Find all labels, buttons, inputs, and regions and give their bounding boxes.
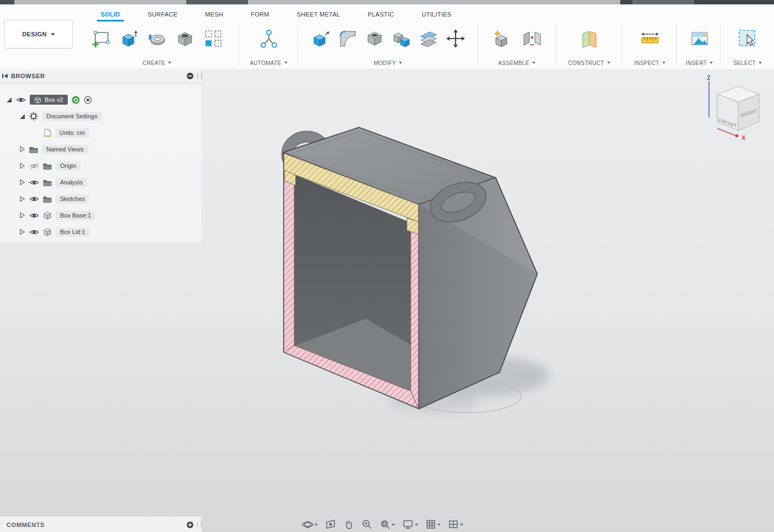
browser-item-units[interactable]: Units: cm: [55, 128, 89, 138]
press-pull-icon[interactable]: [310, 26, 332, 51]
component-icon: [43, 211, 52, 220]
grid-display-icon[interactable]: [424, 518, 442, 531]
ribbon: CREATE AUTOMATE: [0, 22, 774, 68]
tab-solid[interactable]: SOLID: [87, 11, 134, 18]
expand-triangle-icon[interactable]: [19, 113, 25, 120]
folder-icon: [43, 179, 52, 186]
split-body-icon[interactable]: [418, 26, 440, 51]
revolve-icon[interactable]: [146, 26, 168, 51]
section-wall-left[interactable]: [284, 171, 294, 352]
browser-item-document-settings[interactable]: Document Settings: [42, 112, 102, 121]
browser-row-box-v2[interactable]: Box v2: [0, 91, 204, 108]
browser-row-units[interactable]: Units: cm: [0, 124, 242, 141]
new-component-icon[interactable]: [490, 26, 512, 51]
group-label-insert[interactable]: INSERT: [678, 60, 721, 66]
construct-plane-icon[interactable]: [578, 26, 600, 51]
collapse-triangle-icon[interactable]: [19, 196, 25, 202]
visibility-eye-icon[interactable]: [29, 212, 39, 219]
toolbar-divider: [555, 24, 556, 65]
collapse-panel-icon[interactable]: [2, 73, 8, 79]
visibility-eye-icon[interactable]: [29, 229, 39, 236]
expand-triangle-icon[interactable]: [6, 96, 12, 103]
browser-row-origin[interactable]: Origin: [0, 158, 217, 174]
collapse-triangle-icon[interactable]: [19, 179, 25, 186]
tab-utilities[interactable]: UTILITIES: [408, 11, 465, 18]
panel-resize-grip[interactable]: [197, 73, 202, 79]
display-settings-icon[interactable]: [401, 518, 419, 531]
tab-mesh[interactable]: MESH: [191, 11, 237, 18]
tab-plastic[interactable]: PLASTIC: [354, 11, 408, 18]
folder-icon: [43, 196, 52, 203]
tab-form[interactable]: FORM: [237, 11, 283, 18]
browser-item-analysis[interactable]: Analysis: [56, 178, 87, 187]
group-label-construct[interactable]: CONSTRUCT: [557, 60, 621, 66]
insert-canvas-icon[interactable]: [689, 26, 711, 51]
move-copy-icon[interactable]: [445, 26, 467, 51]
sync-status-icon[interactable]: [72, 96, 80, 104]
browser-item-box-base[interactable]: Box Base:1: [56, 211, 95, 220]
browser-panel-title: BROWSER: [11, 73, 45, 79]
browser-row-box-lid[interactable]: Box Lid:1: [0, 224, 217, 240]
visibility-eye-icon[interactable]: [29, 196, 39, 203]
browser-row-analysis[interactable]: Analysis: [0, 174, 217, 191]
browser-row-sketches[interactable]: Sketches: [0, 191, 217, 207]
automate-icon[interactable]: [258, 26, 280, 51]
group-label-select[interactable]: SELECT: [722, 60, 773, 66]
browser-row-named-views[interactable]: Named Views: [0, 141, 217, 158]
panel-resize-grip[interactable]: [197, 522, 202, 528]
viewcube[interactable]: Z FRONT RIGHT X: [687, 73, 771, 144]
group-label-inspect[interactable]: INSPECT: [623, 60, 676, 66]
orbit-icon[interactable]: [301, 518, 319, 531]
visibility-eye-icon[interactable]: [29, 179, 39, 186]
expand-comments-icon[interactable]: [186, 521, 194, 529]
section-wall-right[interactable]: [411, 222, 419, 409]
group-label-automate[interactable]: AUTOMATE: [240, 60, 297, 66]
group-label-create[interactable]: CREATE: [76, 60, 238, 66]
browser-row-box-base[interactable]: Box Base:1: [0, 207, 217, 224]
collapse-triangle-icon[interactable]: [19, 212, 25, 219]
create-sketch-icon[interactable]: [90, 26, 112, 51]
group-inspect: INSPECT: [623, 22, 676, 67]
browser-item-origin[interactable]: Origin: [56, 161, 80, 171]
toolbar-divider: [721, 24, 721, 65]
fillet-icon[interactable]: [337, 26, 359, 51]
x-axis-label: X: [741, 134, 746, 141]
group-assemble: ASSEMBLE: [479, 22, 555, 67]
viewport-canvas[interactable]: Z FRONT RIGHT X BROWSER Bo: [0, 69, 774, 532]
hole-icon[interactable]: [174, 26, 196, 51]
browser-item-box-lid[interactable]: Box Lid:1: [56, 227, 90, 237]
pan-icon[interactable]: [342, 518, 355, 531]
group-label-assemble[interactable]: ASSEMBLE: [479, 60, 555, 66]
select-icon[interactable]: [737, 26, 759, 51]
gear-icon: [29, 112, 38, 121]
activate-radio-icon[interactable]: [84, 96, 92, 104]
tab-sheet-metal[interactable]: SHEET METAL: [283, 11, 354, 18]
browser-item-box-v2[interactable]: Box v2: [30, 95, 68, 105]
visibility-eye-icon[interactable]: [16, 96, 26, 104]
viewports-icon[interactable]: [447, 518, 464, 531]
browser-item-sketches[interactable]: Sketches: [56, 194, 89, 204]
collapse-triangle-icon[interactable]: [19, 229, 25, 235]
document-icon: [44, 129, 51, 137]
zoom-icon[interactable]: [360, 518, 374, 531]
toolbar-tabs: SOLID SURFACE MESH FORM SHEET METAL PLAS…: [87, 8, 465, 21]
collapse-triangle-icon[interactable]: [19, 162, 25, 169]
look-at-icon[interactable]: [324, 518, 337, 531]
minimize-panel-icon[interactable]: [186, 72, 194, 80]
shell-icon[interactable]: [364, 26, 386, 51]
joint-icon[interactable]: [521, 26, 543, 51]
browser-panel-header[interactable]: BROWSER: [0, 69, 202, 84]
tab-surface[interactable]: SURFACE: [134, 11, 191, 18]
visibility-eye-hidden-icon[interactable]: [29, 162, 39, 170]
group-label-modify[interactable]: MODIFY: [299, 60, 477, 66]
pattern-icon[interactable]: [202, 26, 224, 51]
fit-icon[interactable]: [378, 518, 396, 531]
extrude-icon[interactable]: [118, 26, 140, 51]
browser-row-document-settings[interactable]: Document Settings: [0, 108, 217, 124]
measure-icon[interactable]: [639, 26, 661, 51]
combine-icon[interactable]: [391, 26, 413, 51]
collapse-triangle-icon[interactable]: [19, 146, 25, 153]
toolbar-divider: [676, 24, 677, 65]
browser-item-named-views[interactable]: Named Views: [42, 145, 88, 154]
comments-panel-header[interactable]: COMMENTS: [0, 516, 202, 532]
